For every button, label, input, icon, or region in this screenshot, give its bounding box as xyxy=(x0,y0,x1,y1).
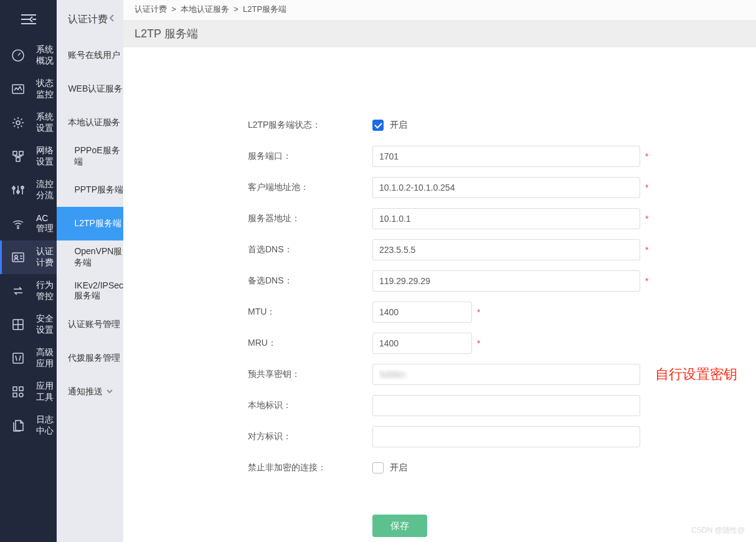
save-button[interactable]: 保存 xyxy=(372,515,427,537)
nav1-item-label: 网络设置 xyxy=(36,145,57,168)
nav1-item-1[interactable]: 状态监控 xyxy=(0,72,57,106)
svg-rect-13 xyxy=(13,353,23,363)
required-mark: * xyxy=(645,214,648,224)
chevron-down-icon xyxy=(106,320,113,330)
localid-input[interactable] xyxy=(372,395,640,416)
breadcrumb-item: L2TP服务端 xyxy=(243,4,286,14)
wifi-icon xyxy=(11,217,25,231)
psk-input[interactable] xyxy=(372,364,640,385)
nav2-sub-2-1[interactable]: PPTP服务端 xyxy=(57,173,123,207)
nav1-item-label: 认证计费 xyxy=(36,246,57,269)
nav2-sub-label: PPTP服务端 xyxy=(74,184,123,196)
required-mark: * xyxy=(645,276,648,286)
row-server: 服务器地址： * xyxy=(123,203,737,234)
log-icon xyxy=(11,419,25,432)
label-dns2: 备选DNS： xyxy=(248,275,372,287)
nav1-item-11[interactable]: 日志中心 xyxy=(0,409,57,442)
dns2-input[interactable] xyxy=(372,270,640,292)
nav1-item-6[interactable]: 认证计费 xyxy=(0,240,57,274)
sliders-icon xyxy=(11,183,25,197)
app-icon xyxy=(11,351,25,365)
nav-collapse-button[interactable] xyxy=(0,0,57,39)
nav1-item-9[interactable]: 高级应用 xyxy=(0,341,57,375)
nav1-item-7[interactable]: 行为管控 xyxy=(0,274,57,308)
control-status: 开启 xyxy=(372,120,640,131)
secondary-nav-title-text: 认证计费 xyxy=(68,13,108,26)
label-mru: MRU： xyxy=(248,338,372,349)
breadcrumb-item[interactable]: 认证计费 xyxy=(135,4,167,14)
required-mark: * xyxy=(645,183,648,193)
noenc-checkbox[interactable] xyxy=(372,462,384,473)
row-port: 服务端口： * xyxy=(123,141,737,172)
label-mtu: MTU： xyxy=(248,307,372,318)
row-noenc: 禁止非加密的连接： 开启 xyxy=(123,452,737,483)
nav2-item-0[interactable]: 账号在线用户 xyxy=(57,39,123,72)
nav1-item-3[interactable]: 网络设置 xyxy=(0,140,57,173)
nav2-sub-2-3[interactable]: OpenVPN服务端 xyxy=(57,240,123,274)
required-mark: * xyxy=(477,338,480,348)
nav1-item-8[interactable]: 安全设置 xyxy=(0,308,57,341)
nav2-item-1[interactable]: WEB认证服务 xyxy=(57,72,123,106)
nav2-item-5[interactable]: 通知推送 xyxy=(57,375,123,409)
label-pool: 客户端地址池： xyxy=(248,182,372,193)
label-psk: 预共享密钥： xyxy=(248,369,372,380)
main-content: 认证计费 > 本地认证服务 > L2TP服务端 L2TP 服务端 L2TP服务端… xyxy=(123,0,756,542)
chevron-up-icon xyxy=(106,118,113,128)
nav1-item-label: 系统设置 xyxy=(36,112,57,134)
row-mtu: MTU： * xyxy=(123,297,737,328)
nav1-item-label: 应用工具 xyxy=(36,381,57,403)
network-icon xyxy=(11,150,25,163)
label-status: L2TP服务端状态： xyxy=(248,120,372,131)
status-checkbox[interactable] xyxy=(372,120,384,131)
label-port: 服务端口： xyxy=(248,151,372,162)
pool-input[interactable] xyxy=(372,177,640,198)
nav1-item-10[interactable]: 应用工具 xyxy=(0,375,57,409)
label-localid: 本地标识： xyxy=(248,400,372,411)
remoteid-input[interactable] xyxy=(372,426,640,447)
nav2-item-label: 通知推送 xyxy=(68,386,103,397)
nav2-item-label: 账号在线用户 xyxy=(68,50,120,61)
dashboard-icon xyxy=(11,49,25,62)
row-psk: 预共享密钥： 自行设置密钥 xyxy=(123,359,737,390)
control-noenc: 开启 xyxy=(372,462,640,473)
nav2-sub-2-4[interactable]: IKEv2/IPSec服务端 xyxy=(57,274,123,308)
row-pool: 客户端地址池： * xyxy=(123,172,737,203)
mru-input[interactable] xyxy=(372,333,472,354)
nav2-item-3[interactable]: 认证账号管理 xyxy=(57,308,123,341)
required-mark: * xyxy=(477,307,480,317)
shield-icon xyxy=(11,318,25,331)
breadcrumb-item[interactable]: 本地认证服务 xyxy=(181,4,229,14)
nav1-item-5[interactable]: AC管理 xyxy=(0,207,57,240)
nav1-item-4[interactable]: 流控分流 xyxy=(0,173,57,207)
nav1-item-2[interactable]: 系统设置 xyxy=(0,106,57,140)
nav1-item-label: 行为管控 xyxy=(36,280,57,302)
nav1-item-label: 流控分流 xyxy=(36,179,57,201)
nav2-item-4[interactable]: 代拨服务管理 xyxy=(57,341,123,375)
nav2-sub-2-0[interactable]: PPPoE服务端 xyxy=(57,140,123,173)
svg-point-11 xyxy=(15,255,17,258)
svg-rect-5 xyxy=(16,158,20,161)
nav2-sub-label: L2TP服务端 xyxy=(74,218,121,229)
nav1-item-label: 系统概况 xyxy=(36,44,57,67)
gear-icon xyxy=(11,116,25,130)
chevron-left-icon[interactable] xyxy=(108,14,115,25)
row-localid: 本地标识： xyxy=(123,390,737,421)
nav1-item-0[interactable]: 系统概况 xyxy=(0,39,57,72)
label-dns1: 首选DNS： xyxy=(248,244,372,255)
secondary-nav-title: 认证计费 xyxy=(57,0,123,39)
status-checkbox-label: 开启 xyxy=(390,120,407,131)
nav2-sub-2-2[interactable]: L2TP服务端 xyxy=(57,207,123,240)
server-input[interactable] xyxy=(372,208,640,229)
dns1-input[interactable] xyxy=(372,239,640,260)
nav2-item-2[interactable]: 本地认证服务 xyxy=(57,106,123,140)
label-server: 服务器地址： xyxy=(248,213,372,224)
required-mark: * xyxy=(645,151,648,161)
mtu-input[interactable] xyxy=(372,302,472,323)
row-mru: MRU： * xyxy=(123,328,737,359)
label-noenc: 禁止非加密的连接： xyxy=(248,462,372,473)
svg-rect-15 xyxy=(19,387,23,391)
svg-point-2 xyxy=(16,121,20,125)
port-input[interactable] xyxy=(372,146,640,167)
svg-rect-4 xyxy=(19,151,23,155)
primary-nav: 系统概况状态监控系统设置网络设置流控分流AC管理认证计费行为管控安全设置高级应用… xyxy=(0,0,57,542)
